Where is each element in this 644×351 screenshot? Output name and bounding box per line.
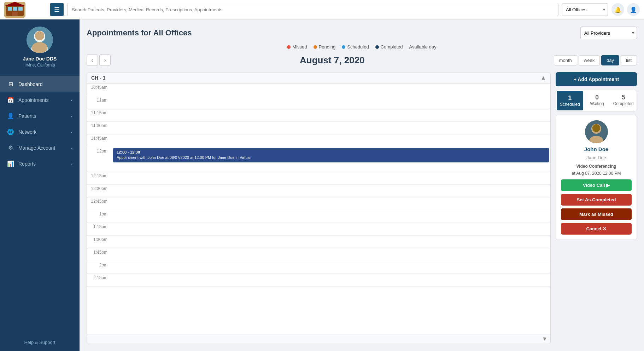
sidebar-item-manage-account[interactable]: ⚙ Manage Account ‹ (0, 140, 80, 156)
provider-select[interactable]: All Providers Jane Doe DDS (580, 27, 637, 39)
status-tabs: 1 Scheduled 0 Waiting 5 Completed (556, 90, 637, 111)
time-label: 2:15pm (87, 274, 112, 282)
cal-area: CH - 1 ▲ 10:45am 11am (87, 72, 637, 344)
svg-rect-5 (12, 12, 18, 16)
time-row: 1pm (87, 210, 550, 223)
tab-waiting[interactable]: 0 Waiting (584, 90, 610, 111)
time-slot[interactable] (112, 96, 550, 109)
patient-name: John Doe (584, 146, 608, 152)
time-row: 12:15pm (87, 172, 550, 185)
cal-date-title: August 7, 2020 (300, 55, 365, 66)
cal-scroll[interactable]: 10:45am 11am 11:15am 11:30 (87, 84, 550, 334)
completed-tab-label: Completed (613, 101, 634, 106)
time-label: 1:30pm (87, 236, 112, 243)
sidebar: Jane Doe DDS Irvine, California ⊞ Dashbo… (0, 19, 80, 351)
svg-rect-3 (13, 7, 17, 11)
tab-week[interactable]: week (579, 55, 600, 65)
add-appointment-button[interactable]: + Add Appointment (556, 72, 637, 86)
time-label: 2pm (87, 261, 112, 269)
time-label: 11:15am (87, 109, 112, 117)
svg-point-11 (32, 42, 47, 53)
sidebar-item-reports[interactable]: 📊 Reports ‹ (0, 156, 80, 172)
svg-point-15 (592, 124, 600, 132)
scroll-up-icon[interactable]: ▲ (540, 75, 546, 81)
time-slot[interactable] (112, 274, 550, 286)
time-label: 11:30am (87, 122, 112, 130)
network-icon: 🌐 (7, 128, 14, 135)
avatar (27, 27, 53, 53)
time-slot[interactable] (112, 248, 550, 261)
time-slot[interactable] (112, 185, 550, 197)
legend-bar: Missed Pending Scheduled Completed Avail… (87, 44, 637, 50)
set-completed-button[interactable]: Set As Completed (561, 194, 632, 206)
cancel-button[interactable]: Cancel ✕ (561, 223, 632, 235)
sidebar-item-network[interactable]: 🌐 Network ‹ (0, 124, 80, 140)
tab-day[interactable]: day (601, 55, 619, 65)
time-slot[interactable]: 12:00 - 12:30 Appointment with John Doe … (112, 147, 550, 163)
time-slot[interactable] (112, 261, 550, 274)
time-slot[interactable] (112, 223, 550, 235)
mark-missed-button[interactable]: Mark as Missed (561, 208, 632, 220)
video-call-button[interactable]: Video Call ▶ (561, 179, 632, 191)
office-select[interactable]: All Offices Office 1 (562, 3, 608, 16)
scroll-down-icon[interactable]: ▼ (542, 336, 548, 342)
completed-label: Completed (381, 44, 403, 50)
next-button[interactable]: › (99, 54, 111, 66)
time-slot[interactable] (112, 197, 550, 210)
time-row: 1:15pm (87, 223, 550, 236)
svg-point-10 (35, 31, 44, 40)
notifications-button[interactable]: 🔔 (611, 3, 624, 16)
time-label: 10:45am (87, 84, 112, 91)
sidebar-item-dashboard[interactable]: ⊞ Dashboard (0, 76, 80, 92)
help-support-link[interactable]: Help & Support (24, 340, 55, 345)
waiting-count: 0 (585, 94, 609, 101)
tab-month[interactable]: month (554, 55, 577, 65)
prev-button[interactable]: ‹ (87, 54, 98, 66)
time-slot[interactable] (112, 236, 550, 248)
sidebar-user: Jane Doe DDS Irvine, California (0, 19, 80, 73)
tab-scheduled[interactable]: 1 Scheduled (557, 91, 583, 110)
user-profile-button[interactable]: 👤 (627, 3, 640, 16)
time-label: 1pm (87, 210, 112, 218)
time-slot[interactable] (112, 122, 550, 134)
time-row: 11am (87, 96, 550, 109)
page-title: Appointments for All Offices (87, 28, 192, 38)
sidebar-nav: ⊞ Dashboard 📅 Appointments ‹ 👤 Patients … (0, 73, 80, 333)
time-slot[interactable] (112, 134, 550, 147)
menu-button[interactable]: ☰ (50, 3, 64, 16)
nav-icons: 🔔 👤 (611, 3, 640, 16)
time-slot[interactable] (112, 84, 550, 96)
sidebar-item-patients[interactable]: 👤 Patients ‹ (0, 108, 80, 124)
manage-account-icon: ⚙ (7, 144, 14, 151)
chevron-icon: ‹ (71, 146, 72, 150)
time-label: 12:15pm (87, 172, 112, 180)
sidebar-item-label: Appointments (18, 97, 49, 103)
sidebar-item-appointments[interactable]: 📅 Appointments ‹ (0, 92, 80, 108)
scheduled-count: 1 (558, 94, 582, 102)
chevron-icon: ‹ (71, 162, 72, 166)
appointment-description: Appointment with John Doe at 08/07/2020 … (117, 155, 545, 160)
time-slot[interactable] (112, 210, 550, 223)
missed-label: Missed (292, 44, 307, 50)
legend-available: Available day (409, 44, 437, 50)
calendar-header: ‹ › August 7, 2020 month week day list (87, 54, 637, 66)
tab-list[interactable]: list (621, 55, 637, 65)
reports-icon: 📊 (7, 160, 14, 167)
time-slot[interactable] (112, 109, 550, 121)
sidebar-user-name: Jane Doe DDS (23, 56, 57, 62)
logo-wrap (4, 2, 47, 18)
time-label: 11am (87, 96, 112, 104)
legend-missed: Missed (287, 44, 307, 50)
cal-col-header: CH - 1 ▲ (87, 73, 550, 84)
time-slot[interactable] (112, 172, 550, 184)
missed-dot (287, 45, 291, 49)
waiting-tab-label: Waiting (590, 101, 604, 106)
completed-count: 5 (611, 94, 635, 101)
appointment-block[interactable]: 12:00 - 12:30 Appointment with John Doe … (113, 148, 549, 162)
cal-col-title: CH - 1 (91, 75, 105, 81)
top-nav: ☰ All Offices Office 1 🔔 👤 (0, 0, 644, 19)
appointment-detail: John Doe Jane Doe Video Conferencing at … (556, 115, 637, 240)
tab-completed[interactable]: 5 Completed (610, 90, 637, 111)
search-input[interactable] (67, 3, 558, 16)
scheduled-label: Scheduled (347, 44, 369, 50)
